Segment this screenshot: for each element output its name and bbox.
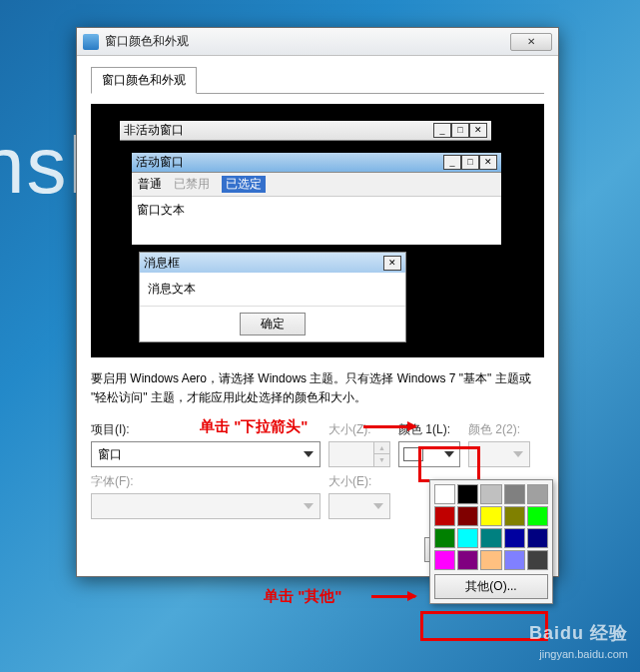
color-picker-popup: 其他(O)...	[429, 479, 553, 604]
tab-color-appearance[interactable]: 窗口颜色和外观	[91, 67, 197, 94]
minimize-icon: _	[443, 155, 461, 170]
menu-disabled: 已禁用	[174, 176, 210, 193]
size-label: 大小(Z):	[328, 421, 390, 438]
color-cell[interactable]	[434, 506, 455, 526]
font-label: 字体(F):	[91, 473, 320, 490]
color-cell[interactable]	[480, 506, 501, 526]
color-cell[interactable]	[527, 528, 548, 548]
active-window: 活动窗口 _ □ ✕ 普通 已禁用 已选定 窗口文本	[131, 152, 502, 246]
size-spinner: ▲▼	[328, 441, 390, 467]
dialog-titlebar[interactable]: 窗口颜色和外观 ✕	[77, 28, 558, 56]
color-cell[interactable]	[457, 550, 478, 570]
maximize-icon: □	[461, 155, 479, 170]
color-cell[interactable]	[434, 484, 455, 504]
inactive-window: 非活动窗口 _ □ ✕	[119, 120, 492, 142]
inactive-window-titlebar: 非活动窗口 _ □ ✕	[120, 121, 491, 141]
close-icon: ✕	[383, 256, 401, 271]
watermark-url: jingyan.baidu.com	[529, 647, 628, 662]
color-cell[interactable]	[527, 506, 548, 526]
chevron-down-icon	[444, 451, 454, 457]
chevron-down-icon	[513, 451, 523, 457]
size-input	[329, 447, 367, 461]
color-cell[interactable]	[527, 550, 548, 570]
preview-pane: 非活动窗口 _ □ ✕ 活动窗口 _ □ ✕	[91, 104, 544, 357]
item-label: 项目(I):	[91, 421, 320, 438]
message-box: 消息框 ✕ 消息文本 确定	[139, 252, 406, 342]
chevron-down-icon	[304, 451, 314, 457]
close-icon: ✕	[479, 155, 497, 170]
message-box-titlebar: 消息框 ✕	[140, 253, 405, 273]
chevron-down-icon	[373, 503, 383, 509]
menu-selected: 已选定	[222, 176, 266, 193]
dialog-title: 窗口颜色和外观	[105, 33, 510, 50]
window-text-area: 窗口文本	[132, 197, 501, 245]
message-ok-button: 确定	[240, 313, 306, 336]
window-buttons: _ □ ✕	[433, 123, 487, 138]
color-cell[interactable]	[480, 484, 501, 504]
help-text: 要启用 Windows Aero，请选择 Windows 主题。只有选择 Win…	[91, 369, 544, 407]
message-button-row: 确定	[140, 306, 405, 341]
watermark-brand: Baidu 经验	[529, 621, 628, 646]
color1-dropdown[interactable]	[398, 441, 460, 467]
tab-strip: 窗口颜色和外观	[91, 66, 544, 94]
color-cell[interactable]	[504, 528, 525, 548]
color-cell[interactable]	[480, 550, 501, 570]
annotation-arrow-2	[371, 595, 415, 598]
color-cell[interactable]	[457, 528, 478, 548]
spin-up-icon: ▲	[373, 442, 389, 454]
fontsize-combo	[328, 493, 390, 519]
dialog-close-button[interactable]: ✕	[510, 33, 552, 51]
color-cell[interactable]	[434, 528, 455, 548]
other-color-button[interactable]: 其他(O)...	[434, 574, 548, 599]
message-box-title: 消息框	[144, 255, 383, 272]
color-cell[interactable]	[504, 550, 525, 570]
maximize-icon: □	[451, 123, 469, 138]
minimize-icon: _	[433, 123, 451, 138]
color1-label: 颜色 1(L):	[398, 421, 460, 438]
active-window-title: 活动窗口	[136, 154, 443, 171]
color-cell[interactable]	[504, 484, 525, 504]
color-cell[interactable]	[527, 484, 548, 504]
color-cell[interactable]	[434, 550, 455, 570]
message-text: 消息文本	[140, 273, 405, 306]
menu-bar: 普通 已禁用 已选定	[132, 173, 501, 197]
menu-normal: 普通	[138, 176, 162, 193]
item-combo[interactable]: 窗口	[91, 441, 320, 467]
fontsize-label: 大小(E):	[328, 473, 390, 490]
active-window-titlebar: 活动窗口 _ □ ✕	[132, 153, 501, 173]
color1-swatch	[403, 447, 423, 461]
color2-label: 颜色 2(2):	[468, 421, 530, 438]
item-combo-value: 窗口	[98, 446, 122, 463]
color-cell[interactable]	[457, 506, 478, 526]
color-cell[interactable]	[457, 484, 478, 504]
font-combo	[91, 493, 320, 519]
color2-dropdown	[468, 441, 530, 467]
dialog-icon	[83, 34, 99, 50]
annotation-other-text: 单击 "其他"	[264, 587, 341, 606]
color-grid	[434, 484, 548, 570]
color-cell[interactable]	[504, 506, 525, 526]
window-buttons: _ □ ✕	[443, 155, 497, 170]
chevron-down-icon	[304, 503, 314, 509]
annotation-highlight-other	[420, 611, 548, 641]
spin-down-icon: ▼	[373, 454, 389, 466]
color-cell[interactable]	[480, 528, 501, 548]
inactive-window-title: 非活动窗口	[124, 122, 433, 139]
close-icon: ✕	[469, 123, 487, 138]
watermark: Baidu 经验 jingyan.baidu.com	[529, 621, 628, 662]
